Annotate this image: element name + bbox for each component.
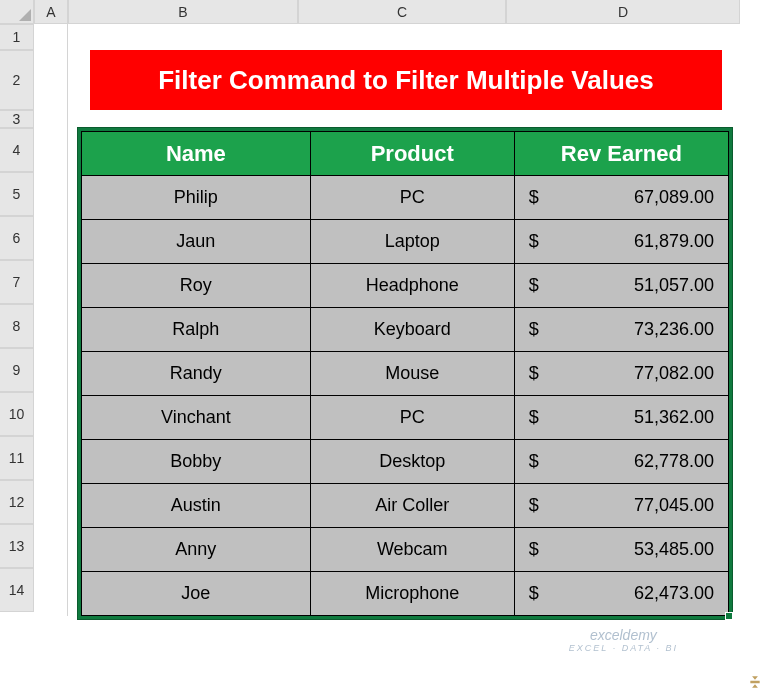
cell-rev[interactable]: $61,879.00	[514, 220, 728, 264]
row-header-1[interactable]: 1	[0, 24, 34, 50]
table-row: BobbyDesktop$62,778.00	[82, 440, 729, 484]
cell-product[interactable]: Headphone	[310, 264, 514, 308]
currency-symbol: $	[529, 539, 539, 560]
row-header-2[interactable]: 2	[0, 50, 34, 110]
cell-product[interactable]: Webcam	[310, 528, 514, 572]
cell-rev[interactable]: $51,057.00	[514, 264, 728, 308]
currency-symbol: $	[529, 319, 539, 340]
spreadsheet-grid: A B C D	[0, 0, 768, 26]
currency-symbol: $	[529, 583, 539, 604]
cell-name[interactable]: Bobby	[82, 440, 311, 484]
rev-amount: 77,045.00	[634, 495, 714, 516]
cell-product[interactable]: Mouse	[310, 352, 514, 396]
cell-name[interactable]: Anny	[82, 528, 311, 572]
table-row: RalphKeyboard$73,236.00	[82, 308, 729, 352]
rev-amount: 61,879.00	[634, 231, 714, 252]
currency-symbol: $	[529, 407, 539, 428]
cell-name[interactable]: Joe	[82, 572, 311, 616]
selection-fill-handle[interactable]	[725, 612, 733, 620]
watermark-sub: EXCEL · DATA · BI	[569, 643, 678, 653]
col-header-C[interactable]: C	[298, 0, 506, 24]
currency-symbol: $	[529, 495, 539, 516]
data-table-selection[interactable]: Name Product Rev Earned PhilipPC$67,089.…	[78, 128, 732, 619]
table-header-row: Name Product Rev Earned	[82, 132, 729, 176]
rev-amount: 51,362.00	[634, 407, 714, 428]
header-rev[interactable]: Rev Earned	[514, 132, 728, 176]
cell-rev[interactable]: $62,778.00	[514, 440, 728, 484]
row-header-4[interactable]: 4	[0, 128, 34, 172]
rev-amount: 62,778.00	[634, 451, 714, 472]
col-header-D[interactable]: D	[506, 0, 740, 24]
table-row: JaunLaptop$61,879.00	[82, 220, 729, 264]
cell-product[interactable]: Air Coller	[310, 484, 514, 528]
rev-amount: 77,082.00	[634, 363, 714, 384]
cell-name[interactable]: Ralph	[82, 308, 311, 352]
row-header-12[interactable]: 12	[0, 480, 34, 524]
cell-rev[interactable]: $51,362.00	[514, 396, 728, 440]
cell-product[interactable]: Desktop	[310, 440, 514, 484]
title-banner[interactable]: Filter Command to Filter Multiple Values	[90, 50, 722, 110]
currency-symbol: $	[529, 363, 539, 384]
cell-product[interactable]: PC	[310, 396, 514, 440]
cell-rev[interactable]: $77,082.00	[514, 352, 728, 396]
currency-symbol: $	[529, 187, 539, 208]
scroll-indicator-icon	[746, 673, 764, 691]
row-header-7[interactable]: 7	[0, 260, 34, 304]
table-row: VinchantPC$51,362.00	[82, 396, 729, 440]
table-row: PhilipPC$67,089.00	[82, 176, 729, 220]
cell-name[interactable]: Jaun	[82, 220, 311, 264]
rev-amount: 67,089.00	[634, 187, 714, 208]
cell-product[interactable]: Laptop	[310, 220, 514, 264]
row-header-11[interactable]: 11	[0, 436, 34, 480]
cell-rev[interactable]: $53,485.00	[514, 528, 728, 572]
col-A-cells[interactable]	[34, 24, 68, 616]
watermark: exceldemy EXCEL · DATA · BI	[569, 627, 678, 653]
rev-amount: 73,236.00	[634, 319, 714, 340]
row-header-10[interactable]: 10	[0, 392, 34, 436]
cell-rev[interactable]: $62,473.00	[514, 572, 728, 616]
rev-amount: 62,473.00	[634, 583, 714, 604]
select-all-corner[interactable]	[0, 0, 34, 24]
data-table: Name Product Rev Earned PhilipPC$67,089.…	[81, 131, 729, 616]
header-name[interactable]: Name	[82, 132, 311, 176]
row-header-9[interactable]: 9	[0, 348, 34, 392]
currency-symbol: $	[529, 231, 539, 252]
cell-product[interactable]: Keyboard	[310, 308, 514, 352]
row-header-6[interactable]: 6	[0, 216, 34, 260]
cell-name[interactable]: Roy	[82, 264, 311, 308]
col-header-B[interactable]: B	[68, 0, 298, 24]
table-row: AnnyWebcam$53,485.00	[82, 528, 729, 572]
cell-product[interactable]: Microphone	[310, 572, 514, 616]
cell-name[interactable]: Vinchant	[82, 396, 311, 440]
title-text: Filter Command to Filter Multiple Values	[158, 65, 654, 96]
row-headers: 1 2 3 4 5 6 7 8 9 10 11 12 13 14	[0, 24, 34, 612]
cell-rev[interactable]: $67,089.00	[514, 176, 728, 220]
table-row: RoyHeadphone$51,057.00	[82, 264, 729, 308]
rev-amount: 51,057.00	[634, 275, 714, 296]
rev-amount: 53,485.00	[634, 539, 714, 560]
row-header-14[interactable]: 14	[0, 568, 34, 612]
cell-name[interactable]: Philip	[82, 176, 311, 220]
table-row: AustinAir Coller$77,045.00	[82, 484, 729, 528]
row-header-3[interactable]: 3	[0, 110, 34, 128]
currency-symbol: $	[529, 275, 539, 296]
cell-name[interactable]: Austin	[82, 484, 311, 528]
currency-symbol: $	[529, 451, 539, 472]
row-header-8[interactable]: 8	[0, 304, 34, 348]
row-header-5[interactable]: 5	[0, 172, 34, 216]
watermark-main: exceldemy	[569, 627, 678, 643]
cell-name[interactable]: Randy	[82, 352, 311, 396]
header-product[interactable]: Product	[310, 132, 514, 176]
cell-rev[interactable]: $77,045.00	[514, 484, 728, 528]
cell-product[interactable]: PC	[310, 176, 514, 220]
table-row: RandyMouse$77,082.00	[82, 352, 729, 396]
cell-rev[interactable]: $73,236.00	[514, 308, 728, 352]
col-header-A[interactable]: A	[34, 0, 68, 24]
row-header-13[interactable]: 13	[0, 524, 34, 568]
table-row: JoeMicrophone$62,473.00	[82, 572, 729, 616]
